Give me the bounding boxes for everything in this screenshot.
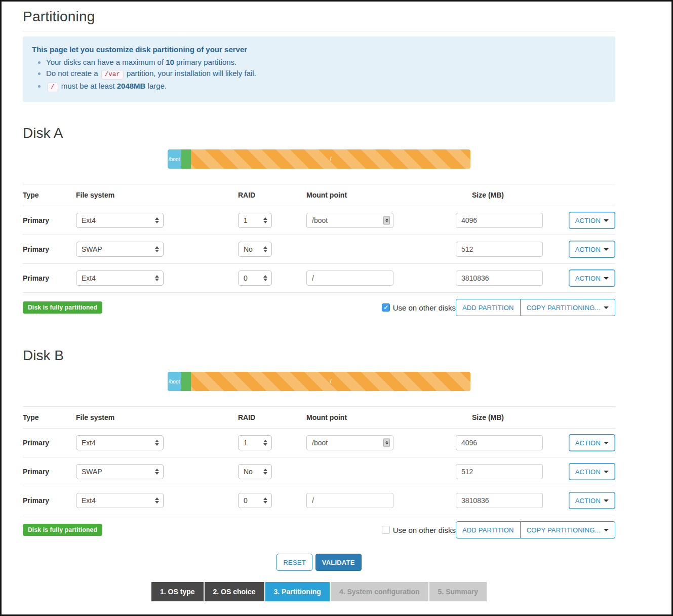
info-bullet-root-size: / must be at least 2048MB large. [46,81,606,92]
disk-b-button-group: ADD PARTITION COPY PARTITIONING... [456,521,615,538]
select-stepper-icon [263,497,267,504]
filesystem-select[interactable]: SWAP [76,464,164,479]
disk-a-button-group: ADD PARTITION COPY PARTITIONING... [456,299,615,316]
use-on-other-disks-label: Use on other disks [393,526,456,534]
size-input[interactable] [456,271,543,286]
use-on-other-disks-checkbox[interactable] [382,303,390,312]
use-on-other-disks-checkbox[interactable] [382,526,390,534]
tab-system-configuration: 4. System configuration [331,582,428,601]
action-dropdown-button[interactable]: ACTION [569,492,615,509]
size-input[interactable] [456,464,543,479]
select-stepper-icon [155,246,159,252]
filesystem-select[interactable]: Ext4 [76,213,164,228]
chevron-down-icon [604,442,609,444]
partition-type-label: Primary [23,274,76,282]
add-partition-button[interactable]: ADD PARTITION [456,521,521,538]
raid-select[interactable]: No [238,464,272,479]
input-stepper-icon[interactable] [383,216,390,225]
filesystem-select[interactable]: Ext4 [76,271,164,286]
table-row: Primary Ext4 0 ACTION [23,486,615,515]
col-header-size: Size (MB) [456,413,575,421]
select-stepper-icon [263,275,267,281]
action-dropdown-button[interactable]: ACTION [569,212,615,229]
select-stepper-icon [263,469,267,475]
mount-point-input[interactable] [306,493,393,508]
validate-button[interactable]: VALIDATE [315,554,362,571]
chevron-down-icon [604,471,609,473]
table-row: Primary Ext4 1 ACTION [23,206,615,235]
raid-select[interactable]: No [238,242,272,257]
info-bullet-var-warning: Do not create a /var partition, your ins… [46,68,606,80]
raid-select[interactable]: 0 [238,493,272,508]
disk-b-footer: Disk is fully partitioned Use on other d… [23,521,615,538]
table-row: Primary SWAP No ACTION [23,235,615,264]
chevron-down-icon [604,529,609,531]
disk-b-title: Disk B [23,348,615,364]
disk-a-bar-boot-segment: /boot [168,149,181,169]
disk-a-table-header: Type File system RAID Mount point Size (… [23,184,615,206]
reset-button[interactable]: RESET [276,554,312,571]
action-dropdown-button[interactable]: ACTION [569,463,615,480]
disk-a-bar-root-segment: / [191,149,470,169]
disk-b-table-header: Type File system RAID Mount point Size (… [23,406,615,429]
col-header-raid: RAID [238,413,306,421]
select-stepper-icon [263,440,267,446]
select-stepper-icon [155,469,159,475]
mount-point-input[interactable] [306,271,393,286]
chevron-down-icon [604,248,609,251]
partition-type-label: Primary [23,439,76,447]
title-divider [23,31,615,31]
raid-select[interactable]: 1 [238,213,272,228]
partition-type-label: Primary [23,216,76,224]
copy-partitioning-button[interactable]: COPY PARTITIONING... [521,521,615,538]
select-stepper-icon [155,440,159,446]
col-header-mountpoint: Mount point [306,191,456,199]
root-code-chip: / [47,83,58,92]
add-partition-button[interactable]: ADD PARTITION [456,299,521,316]
page-container: Partitioning This page let you customize… [23,2,615,613]
partition-type-label: Primary [23,496,76,505]
action-dropdown-button[interactable]: ACTION [569,241,615,258]
var-code-chip: /var [101,70,124,80]
use-on-other-disks-label: Use on other disks [393,303,456,312]
info-bullet-list: Your disks can have a maximum of 10 prim… [46,57,606,92]
disk-b-partition-table: Type File system RAID Mount point Size (… [23,406,615,515]
disk-a-footer: Disk is fully partitioned Use on other d… [23,299,615,316]
filesystem-select[interactable]: SWAP [76,242,164,257]
select-stepper-icon [263,246,267,252]
status-badge: Disk is fully partitioned [23,301,102,314]
action-dropdown-button[interactable]: ACTION [569,270,615,287]
raid-select[interactable]: 1 [238,435,272,450]
mount-point-input[interactable] [306,213,393,228]
size-input[interactable] [456,242,543,257]
size-input[interactable] [456,213,543,228]
tab-summary: 5. Summary [429,582,487,601]
wizard-steps: 1. OS type 2. OS choice 3. Partitioning … [23,582,615,613]
tab-os-type[interactable]: 1. OS type [151,582,203,601]
size-input[interactable] [456,493,543,508]
partition-type-label: Primary [23,468,76,476]
info-heading: This page let you customize disk partiti… [32,45,606,54]
col-header-type: Type [23,413,76,421]
action-dropdown-button[interactable]: ACTION [569,434,615,451]
tab-partitioning[interactable]: 3. Partitioning [265,582,330,601]
select-stepper-icon [155,497,159,504]
chevron-down-icon [604,277,609,280]
raid-select[interactable]: 0 [238,271,272,286]
disk-b-bar-swap-segment [181,372,191,391]
disk-b-partition-bar: /boot / [168,372,470,391]
copy-partitioning-button[interactable]: COPY PARTITIONING... [521,299,615,316]
input-stepper-icon[interactable] [383,439,390,447]
filesystem-select[interactable]: Ext4 [76,493,164,508]
col-header-type: Type [23,191,76,199]
filesystem-select[interactable]: Ext4 [76,435,164,450]
disk-b-bar-root-segment: / [191,372,470,391]
table-row: Primary Ext4 1 ACTION [23,429,615,457]
page-title: Partitioning [23,9,615,25]
tab-os-choice[interactable]: 2. OS choice [205,582,264,601]
table-row: Primary SWAP No ACTION [23,457,615,486]
size-input[interactable] [456,435,543,450]
mount-point-input[interactable] [306,435,393,450]
select-stepper-icon [263,217,267,223]
disk-a-bar-swap-segment [181,149,191,169]
